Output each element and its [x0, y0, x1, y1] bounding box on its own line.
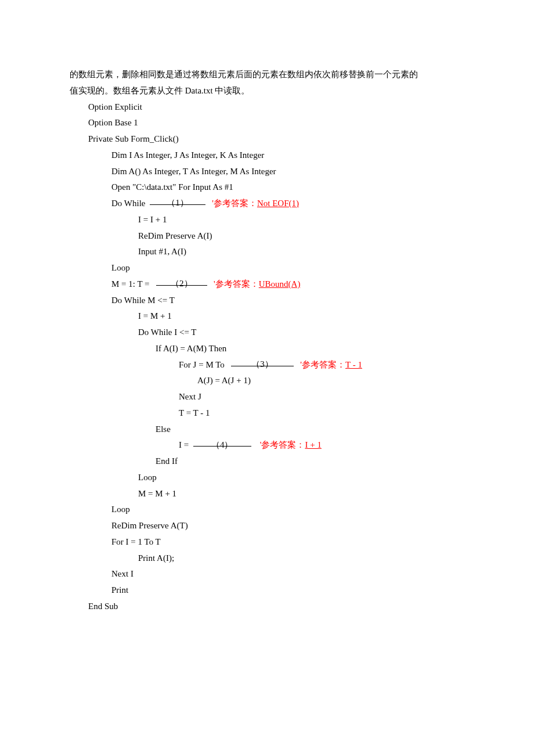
answer-prefix: '参考答案： [294, 360, 345, 369]
code-line-blank-3: For J = M To （3） '参考答案：T - 1 [70, 357, 464, 373]
fill-blank-2: （2） [156, 276, 207, 286]
code-line: Option Explicit [70, 99, 464, 116]
code-line-blank-4: I = （4） '参考答案：I + 1 [70, 437, 464, 453]
answer-text: I + 1 [305, 440, 321, 449]
code-line: Do While I <= T [70, 325, 464, 341]
answer-prefix: '参考答案： [251, 440, 305, 449]
code-line: ReDim Preserve A(T) [70, 518, 464, 534]
code-line: Dim A() As Integer, T As Integer, M As I… [70, 164, 464, 180]
blank-number: （3） [251, 359, 273, 369]
code-line-blank-2: M = 1: T = （2） '参考答案：UBound(A) [70, 276, 464, 293]
document-page: 的数组元素，删除相同数是通过将数组元素后面的元素在数组内依次前移替换前一个元素的… [0, 0, 534, 756]
answer-text: T - 1 [345, 360, 362, 369]
blank-number: （4） [211, 440, 233, 449]
blank-number: （2） [171, 279, 193, 288]
body-paragraph-line-1: 的数组元素，删除相同数是通过将数组元素后面的元素在数组内依次前移替换前一个元素的 [70, 67, 464, 83]
code-line-blank-1: Do While （1） '参考答案：Not EOF(1) [70, 196, 464, 212]
code-line: M = M + 1 [70, 486, 464, 502]
code-line: Loop [70, 470, 464, 486]
answer-prefix: '参考答案： [205, 199, 257, 208]
code-line: Private Sub Form_Click() [70, 131, 464, 147]
code-line: A(J) = A(J + 1) [70, 373, 464, 389]
code-line: ReDim Preserve A(I) [70, 228, 464, 244]
code-line: Next J [70, 389, 464, 405]
code-line: Input #1, A(I) [70, 244, 464, 260]
code-text: I = [179, 440, 193, 449]
code-line: Next I [70, 566, 464, 582]
code-text: M = 1: T = [111, 279, 156, 289]
code-line: Dim I As Integer, J As Integer, K As Int… [70, 147, 464, 164]
blank-number: （1） [167, 198, 189, 207]
code-line: End If [70, 453, 464, 470]
code-text: For J = M To [179, 360, 231, 369]
code-line: End Sub [70, 599, 464, 615]
code-line: I = M + 1 [70, 308, 464, 325]
code-line: Loop [70, 502, 464, 518]
code-line: Loop [70, 260, 464, 276]
answer-text: Not EOF(1) [257, 199, 299, 208]
answer-text: UBound(A) [259, 279, 301, 289]
code-line: Print A(I); [70, 550, 464, 567]
body-paragraph-line-2: 值实现的。数组各元素从文件 Data.txt 中读取。 [70, 83, 464, 99]
fill-blank-3: （3） [231, 357, 294, 366]
code-line: Do While M <= T [70, 293, 464, 309]
code-line: Print [70, 582, 464, 599]
code-line: Option Base 1 [70, 115, 464, 131]
code-line: T = T - 1 [70, 405, 464, 422]
fill-blank-1: （1） [150, 196, 205, 205]
code-line: For I = 1 To T [70, 534, 464, 550]
code-text: Do While [111, 199, 150, 208]
code-line: Else [70, 422, 464, 438]
code-line: Open "C:\data.txt" For Input As #1 [70, 179, 464, 196]
code-line: I = I + 1 [70, 212, 464, 228]
fill-blank-4: （4） [193, 437, 251, 447]
answer-prefix: '参考答案： [207, 279, 259, 289]
code-line: If A(I) = A(M) Then [70, 341, 464, 357]
